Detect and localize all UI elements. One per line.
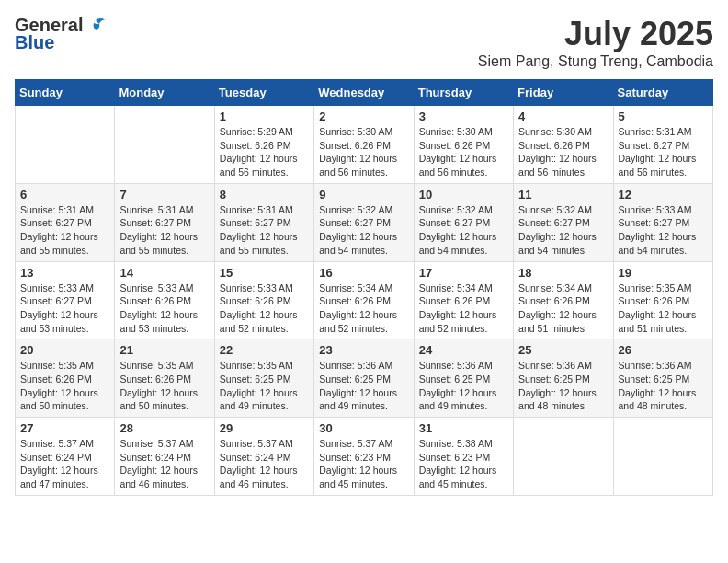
day-info: Sunrise: 5:35 AM Sunset: 6:26 PM Dayligh… xyxy=(119,359,209,413)
day-info: Sunrise: 5:38 AM Sunset: 6:23 PM Dayligh… xyxy=(419,437,508,491)
calendar-cell: 3Sunrise: 5:30 AM Sunset: 6:26 PM Daylig… xyxy=(414,106,513,184)
calendar-cell: 13Sunrise: 5:33 AM Sunset: 6:27 PM Dayli… xyxy=(16,261,115,339)
day-info: Sunrise: 5:30 AM Sunset: 6:26 PM Dayligh… xyxy=(319,125,408,179)
day-info: Sunrise: 5:31 AM Sunset: 6:27 PM Dayligh… xyxy=(119,203,209,258)
logo-blue-text: Blue xyxy=(15,32,54,53)
day-info: Sunrise: 5:29 AM Sunset: 6:26 PM Dayligh… xyxy=(220,125,309,179)
calendar-week-row: 13Sunrise: 5:33 AM Sunset: 6:27 PM Dayli… xyxy=(16,261,713,339)
day-number: 16 xyxy=(319,266,408,280)
calendar-cell: 18Sunrise: 5:34 AM Sunset: 6:26 PM Dayli… xyxy=(514,261,613,339)
day-number: 25 xyxy=(518,343,608,357)
day-info: Sunrise: 5:32 AM Sunset: 6:27 PM Dayligh… xyxy=(319,203,408,258)
calendar-cell: 14Sunrise: 5:33 AM Sunset: 6:26 PM Dayli… xyxy=(115,261,214,339)
calendar-cell xyxy=(514,418,613,496)
calendar-cell: 27Sunrise: 5:37 AM Sunset: 6:24 PM Dayli… xyxy=(16,418,115,496)
day-info: Sunrise: 5:34 AM Sunset: 6:26 PM Dayligh… xyxy=(319,282,408,336)
calendar-week-row: 6Sunrise: 5:31 AM Sunset: 6:27 PM Daylig… xyxy=(16,183,713,261)
day-info: Sunrise: 5:35 AM Sunset: 6:26 PM Dayligh… xyxy=(619,282,708,336)
weekday-header-wednesday: Wednesday xyxy=(314,80,414,106)
day-number: 6 xyxy=(20,188,109,201)
day-number: 13 xyxy=(20,266,109,280)
logo: General Blue xyxy=(15,15,107,53)
day-info: Sunrise: 5:31 AM Sunset: 6:27 PM Dayligh… xyxy=(220,203,309,258)
day-info: Sunrise: 5:37 AM Sunset: 6:23 PM Dayligh… xyxy=(319,437,408,491)
day-number: 31 xyxy=(419,421,508,435)
calendar-cell: 6Sunrise: 5:31 AM Sunset: 6:27 PM Daylig… xyxy=(16,183,115,261)
day-number: 26 xyxy=(619,343,708,357)
day-number: 15 xyxy=(220,266,309,280)
calendar-cell xyxy=(16,106,115,184)
calendar-cell: 10Sunrise: 5:32 AM Sunset: 6:27 PM Dayli… xyxy=(414,183,513,261)
calendar-cell: 30Sunrise: 5:37 AM Sunset: 6:23 PM Dayli… xyxy=(314,418,414,496)
day-number: 12 xyxy=(619,188,708,201)
day-info: Sunrise: 5:35 AM Sunset: 6:26 PM Dayligh… xyxy=(20,359,109,413)
day-number: 24 xyxy=(419,343,508,357)
day-number: 11 xyxy=(518,188,608,201)
calendar-cell: 17Sunrise: 5:34 AM Sunset: 6:26 PM Dayli… xyxy=(414,261,513,339)
day-number: 7 xyxy=(119,188,209,201)
day-info: Sunrise: 5:36 AM Sunset: 6:25 PM Dayligh… xyxy=(518,359,608,413)
page-title: July 2025 xyxy=(478,15,713,53)
weekday-header-saturday: Saturday xyxy=(613,80,712,106)
calendar-cell: 5Sunrise: 5:31 AM Sunset: 6:27 PM Daylig… xyxy=(613,106,712,184)
calendar-cell: 16Sunrise: 5:34 AM Sunset: 6:26 PM Dayli… xyxy=(314,261,414,339)
calendar-cell: 26Sunrise: 5:36 AM Sunset: 6:25 PM Dayli… xyxy=(613,339,712,418)
weekday-header-monday: Monday xyxy=(115,80,214,106)
day-info: Sunrise: 5:36 AM Sunset: 6:25 PM Dayligh… xyxy=(319,359,408,413)
weekday-header-sunday: Sunday xyxy=(16,80,115,106)
calendar-cell: 24Sunrise: 5:36 AM Sunset: 6:25 PM Dayli… xyxy=(414,339,513,418)
calendar-week-row: 27Sunrise: 5:37 AM Sunset: 6:24 PM Dayli… xyxy=(16,418,713,496)
calendar-table: SundayMondayTuesdayWednesdayThursdayFrid… xyxy=(15,79,713,496)
day-info: Sunrise: 5:37 AM Sunset: 6:24 PM Dayligh… xyxy=(119,437,209,491)
weekday-header-friday: Friday xyxy=(514,80,613,106)
calendar-cell: 7Sunrise: 5:31 AM Sunset: 6:27 PM Daylig… xyxy=(115,183,214,261)
calendar-cell: 2Sunrise: 5:30 AM Sunset: 6:26 PM Daylig… xyxy=(314,106,414,184)
calendar-cell: 31Sunrise: 5:38 AM Sunset: 6:23 PM Dayli… xyxy=(414,418,513,496)
day-number: 17 xyxy=(419,266,508,280)
day-info: Sunrise: 5:37 AM Sunset: 6:24 PM Dayligh… xyxy=(20,437,109,491)
calendar-cell: 28Sunrise: 5:37 AM Sunset: 6:24 PM Dayli… xyxy=(115,418,214,496)
day-info: Sunrise: 5:36 AM Sunset: 6:25 PM Dayligh… xyxy=(619,359,708,413)
calendar-cell: 9Sunrise: 5:32 AM Sunset: 6:27 PM Daylig… xyxy=(314,183,414,261)
title-block: July 2025 Siem Pang, Stung Treng, Cambod… xyxy=(478,15,713,70)
calendar-cell: 22Sunrise: 5:35 AM Sunset: 6:25 PM Dayli… xyxy=(214,339,313,418)
day-number: 27 xyxy=(20,421,109,435)
calendar-cell xyxy=(115,106,214,184)
day-number: 20 xyxy=(20,343,109,357)
calendar-cell: 4Sunrise: 5:30 AM Sunset: 6:26 PM Daylig… xyxy=(514,106,613,184)
day-number: 29 xyxy=(220,421,309,435)
day-info: Sunrise: 5:30 AM Sunset: 6:26 PM Dayligh… xyxy=(419,125,508,179)
day-info: Sunrise: 5:33 AM Sunset: 6:27 PM Dayligh… xyxy=(20,282,109,336)
page-subtitle: Siem Pang, Stung Treng, Cambodia xyxy=(478,53,713,70)
day-number: 4 xyxy=(518,109,608,123)
day-info: Sunrise: 5:32 AM Sunset: 6:27 PM Dayligh… xyxy=(419,203,508,258)
day-info: Sunrise: 5:33 AM Sunset: 6:27 PM Dayligh… xyxy=(619,203,708,258)
day-number: 3 xyxy=(419,109,508,123)
logo-bird-icon xyxy=(85,17,107,35)
day-number: 1 xyxy=(220,109,309,123)
calendar-week-row: 20Sunrise: 5:35 AM Sunset: 6:26 PM Dayli… xyxy=(16,339,713,418)
day-info: Sunrise: 5:33 AM Sunset: 6:26 PM Dayligh… xyxy=(220,282,309,336)
calendar-cell: 23Sunrise: 5:36 AM Sunset: 6:25 PM Dayli… xyxy=(314,339,414,418)
calendar-cell: 25Sunrise: 5:36 AM Sunset: 6:25 PM Dayli… xyxy=(514,339,613,418)
weekday-header-tuesday: Tuesday xyxy=(214,80,313,106)
page-header: General Blue July 2025 Siem Pang, Stung … xyxy=(15,15,713,70)
day-number: 19 xyxy=(619,266,708,280)
day-number: 5 xyxy=(619,109,708,123)
calendar-cell: 1Sunrise: 5:29 AM Sunset: 6:26 PM Daylig… xyxy=(214,106,313,184)
calendar-cell: 19Sunrise: 5:35 AM Sunset: 6:26 PM Dayli… xyxy=(613,261,712,339)
day-number: 18 xyxy=(518,266,608,280)
day-number: 9 xyxy=(319,188,408,201)
day-info: Sunrise: 5:31 AM Sunset: 6:27 PM Dayligh… xyxy=(20,203,109,258)
calendar-cell: 11Sunrise: 5:32 AM Sunset: 6:27 PM Dayli… xyxy=(514,183,613,261)
calendar-cell xyxy=(613,418,712,496)
calendar-cell: 21Sunrise: 5:35 AM Sunset: 6:26 PM Dayli… xyxy=(115,339,214,418)
calendar-cell: 8Sunrise: 5:31 AM Sunset: 6:27 PM Daylig… xyxy=(214,183,313,261)
calendar-cell: 12Sunrise: 5:33 AM Sunset: 6:27 PM Dayli… xyxy=(613,183,712,261)
day-number: 28 xyxy=(119,421,209,435)
day-number: 21 xyxy=(119,343,209,357)
calendar-cell: 15Sunrise: 5:33 AM Sunset: 6:26 PM Dayli… xyxy=(214,261,313,339)
day-info: Sunrise: 5:31 AM Sunset: 6:27 PM Dayligh… xyxy=(619,125,708,179)
weekday-header-thursday: Thursday xyxy=(414,80,513,106)
day-info: Sunrise: 5:34 AM Sunset: 6:26 PM Dayligh… xyxy=(419,282,508,336)
